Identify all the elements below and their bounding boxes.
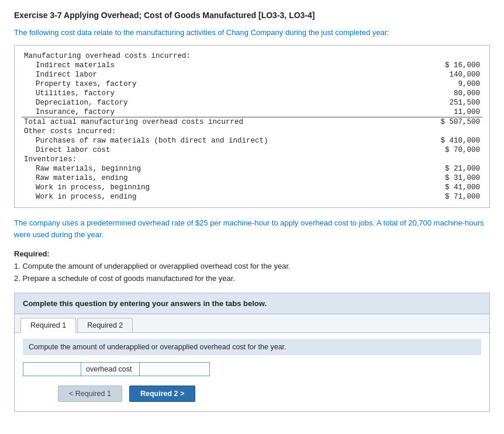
input-row: overhead cost bbox=[23, 362, 481, 376]
section-inventories-header: Inventories: bbox=[22, 155, 482, 164]
table-row: Work in process, beginning $ 41,000 bbox=[22, 183, 482, 192]
total-overhead-row: Total actual manufacturing overhead cost… bbox=[22, 117, 482, 127]
required-header: Required: bbox=[14, 249, 50, 258]
tab-required1[interactable]: Required 1 bbox=[20, 318, 76, 333]
narrative-text: The company uses a predetermined overhea… bbox=[14, 217, 490, 240]
table-row: Indirect materials $ 16,000 bbox=[22, 61, 482, 70]
table-row: Depreciation, factory 251,500 bbox=[22, 98, 482, 107]
nav-buttons: < Required 1 Required 2 > bbox=[23, 386, 481, 402]
table-row: Purchases of raw materials (both direct … bbox=[22, 136, 482, 145]
page-title: Exercise 3-7 Applying Overhead; Cost of … bbox=[14, 11, 490, 20]
prev-button[interactable]: < Required 1 bbox=[58, 386, 122, 402]
table-row: Utilities, factory 80,000 bbox=[22, 89, 482, 98]
required-item2: 2. Prepare a schedule of cost of goods m… bbox=[14, 273, 490, 285]
required-section: Required: 1. Compute the amount of under… bbox=[14, 248, 490, 284]
tabs-area: Required 1 Required 2 Compute the amount… bbox=[14, 314, 490, 412]
instruction-bar: Complete this question by entering your … bbox=[14, 293, 490, 314]
next-button[interactable]: Required 2 > bbox=[129, 386, 195, 402]
tabs-row: Required 1 Required 2 bbox=[15, 314, 489, 333]
tab-required2[interactable]: Required 2 bbox=[77, 318, 133, 332]
table-row: Raw materials, ending $ 31,000 bbox=[22, 173, 482, 183]
section-other-header: Other costs incurred: bbox=[22, 127, 482, 136]
tab-content: Compute the amount of underapplied or ov… bbox=[15, 333, 489, 411]
overhead-cost-label: overhead cost bbox=[81, 362, 140, 376]
table-row: Indirect labor 140,000 bbox=[22, 70, 482, 79]
intro-text: The following cost data relate to the ma… bbox=[14, 28, 490, 37]
sub-instruction: Compute the amount of underapplied or ov… bbox=[23, 339, 481, 355]
section-overhead-header: Manufacturing overhead costs incurred: bbox=[22, 51, 482, 61]
table-row: Insurance, factory 11,000 bbox=[22, 107, 482, 117]
table-row: Property taxes, factory 9,000 bbox=[22, 79, 482, 89]
overhead-type-input[interactable] bbox=[140, 362, 210, 376]
data-table-container: Manufacturing overhead costs incurred: I… bbox=[14, 45, 490, 208]
section-overhead-label: Manufacturing overhead costs incurred: bbox=[22, 51, 367, 61]
table-row: Direct labor cost $ 70,000 bbox=[22, 145, 482, 155]
overhead-amount-input[interactable] bbox=[23, 362, 81, 376]
cost-data-table: Manufacturing overhead costs incurred: I… bbox=[22, 51, 482, 202]
table-row: Raw materials, beginning $ 21,000 bbox=[22, 164, 482, 173]
table-row: Work in process, ending $ 71,000 bbox=[22, 192, 482, 202]
required-item1: 1. Compute the amount of underapplied or… bbox=[14, 261, 490, 273]
